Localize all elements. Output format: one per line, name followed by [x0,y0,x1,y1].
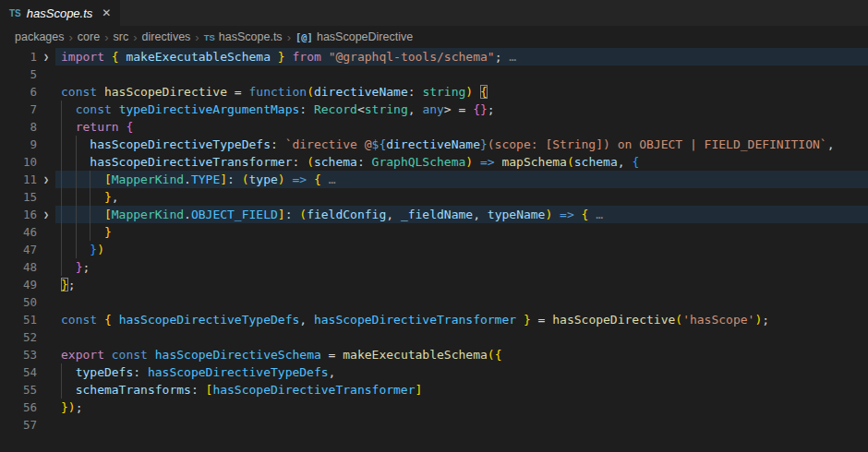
code-token: => [480,155,495,169]
code-line[interactable]: 6const hasScopeDirective = function(dire… [0,83,868,101]
code-line[interactable]: 9 hasScopeDirectiveTypeDefs: `directive … [0,136,868,153]
code-line[interactable]: 16❯ [MapperKind.OBJECT_FIELD]: (fieldCon… [0,206,868,223]
code-token [473,155,480,169]
line-number[interactable]: 15 [0,188,37,206]
code-token: ( [567,155,574,169]
code-line-content: }; [55,276,868,293]
code-line[interactable]: 50 [0,293,868,311]
line-number[interactable]: 11 [0,171,37,188]
line-number[interactable]: 51 [0,311,37,328]
code-line-content: schemaTransforms: [hasScopeDirectiveTran… [55,381,868,398]
breadcrumb-item-directives[interactable]: directives [142,30,191,43]
tab-bar: TS hasScope.ts ✕ [0,0,868,26]
code-token: {} [473,102,488,116]
code-token: { [112,50,127,64]
code-line[interactable]: 11❯ [MapperKind.TYPE]: (type) => { … [0,171,868,188]
code-token: < [357,102,365,116]
indent-guide [61,363,62,381]
line-number[interactable]: 46 [0,223,37,241]
code-token: makeExecutableSchema [126,50,271,64]
code-token: ; [762,313,769,327]
code-line[interactable]: 15 }, [0,188,868,206]
line-number[interactable]: 54 [0,363,37,381]
code-line[interactable]: 51const { hasScopeDirectiveTypeDefs, has… [0,311,868,328]
code-line-content: hasScopeDirectiveTypeDefs: `directive @$… [55,136,868,153]
code-line-content [55,65,868,83]
editor-tab-hasscope[interactable]: TS hasScope.ts ✕ [0,0,120,26]
line-number[interactable]: 9 [0,136,37,153]
indent-guide [61,101,62,118]
line-number[interactable]: 16 [0,206,37,223]
code-line[interactable]: 48 }; [0,258,868,276]
line-number[interactable]: 7 [0,101,37,118]
indent-guide [90,188,90,206]
code-token: fieldConfig [307,208,386,221]
code-token: : [299,102,314,116]
code-line[interactable]: 54 typeDefs: hasScopeDirectiveTypeDefs, [0,363,868,381]
code-token: } [271,50,285,64]
fold-chevron-icon[interactable]: ❯ [37,48,55,65]
fold-chevron-icon[interactable]: ❯ [37,206,55,223]
code-line[interactable]: 52 [0,328,868,346]
fold-gutter-space [37,328,55,346]
code-token: hasScopeDirectiveTypeDefs [148,365,329,379]
code-token: import [61,50,112,64]
code-token: ] [278,208,285,221]
line-number[interactable]: 49 [0,276,37,293]
line-number[interactable]: 50 [0,293,37,311]
line-number[interactable]: 57 [0,416,37,434]
code-token: = [321,348,343,362]
breadcrumb-item-file[interactable]: TShasScope.ts [204,30,283,43]
fold-gutter-space [37,346,55,363]
line-number[interactable]: 48 [0,258,37,276]
fold-gutter-space [37,363,55,381]
indent-guide [90,206,90,223]
code-line[interactable]: 57 [0,416,868,434]
breadcrumb-item-packages[interactable]: packages [15,30,65,43]
fold-gutter-space [37,153,55,171]
close-icon[interactable]: ✕ [102,6,111,19]
code-line[interactable]: 7 const typeDirectiveArgumentMaps: Recor… [0,101,868,118]
code-token: from [292,50,328,64]
breadcrumb-item-core[interactable]: core [78,30,100,43]
line-number[interactable]: 10 [0,153,37,171]
code-line[interactable]: 10 hasScopeDirectiveTransformer: (schema… [0,153,868,171]
code-token: typeDirectiveArgumentMaps [119,102,300,116]
indent-guide [61,258,62,276]
line-number[interactable]: 6 [0,83,37,101]
code-token: { [632,155,639,169]
fold-gutter-space [37,381,55,398]
code-line[interactable]: 47 }) [0,241,868,258]
code-line[interactable]: 46 } [0,223,868,241]
code-line[interactable]: 1❯import { makeExecutableSchema } from "… [0,48,868,65]
code-token: => [293,172,307,186]
breadcrumb-item-symbol[interactable]: [@]hasScopeDirective [295,30,413,43]
code-line[interactable]: 8 return { [0,118,868,136]
code-line[interactable]: 49}; [0,276,868,293]
breadcrumb-item-src[interactable]: src [114,30,129,43]
code-token: ) [97,243,104,256]
line-number[interactable]: 53 [0,346,37,363]
line-number[interactable]: 52 [0,328,37,346]
line-number[interactable]: 5 [0,65,37,83]
code-line[interactable]: 53export const hasScopeDirectiveSchema =… [0,346,868,363]
code-token: function [249,85,307,99]
line-number[interactable]: 47 [0,241,37,258]
fold-gutter-space [37,136,55,153]
breadcrumb-file-label: hasScope.ts [219,30,283,43]
fold-chevron-icon[interactable]: ❯ [37,171,55,188]
code-token [61,208,104,221]
code-token: hasScopeDirectiveSchema [155,348,321,362]
line-number[interactable]: 8 [0,118,37,136]
code-token: ] [416,383,423,397]
line-number[interactable]: 56 [0,398,37,416]
code-line[interactable]: 56}); [0,398,868,416]
code-token: mapSchema [501,155,566,169]
code-token [307,172,314,186]
code-editor[interactable]: 1❯import { makeExecutableSchema } from "… [0,48,868,434]
code-line[interactable]: 55 schemaTransforms: [hasScopeDirectiveT… [0,381,868,398]
line-number[interactable]: 55 [0,381,37,398]
line-number[interactable]: 1 [0,48,37,65]
code-line[interactable]: 5 [0,65,868,83]
indent-guide [61,188,62,206]
